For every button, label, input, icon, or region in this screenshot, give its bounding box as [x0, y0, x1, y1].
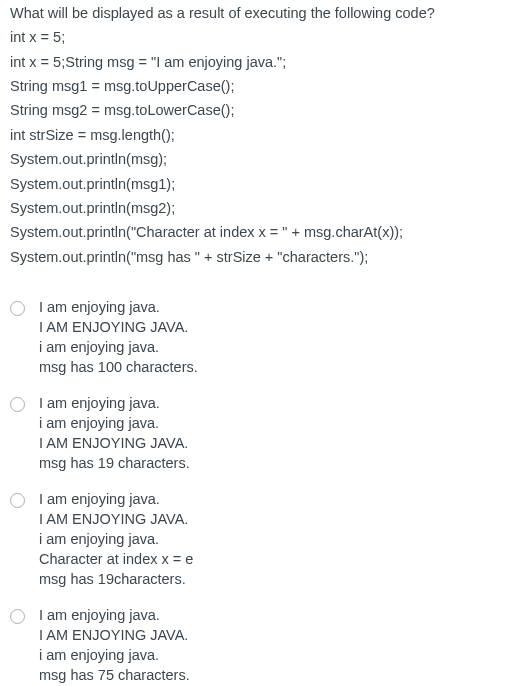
- option-line: I am enjoying java.: [39, 605, 190, 625]
- option-4[interactable]: I am enjoying java. I AM ENJOYING JAVA. …: [10, 605, 510, 685]
- option-text: I am enjoying java. I AM ENJOYING JAVA. …: [39, 297, 198, 377]
- radio-icon[interactable]: [10, 493, 25, 508]
- option-line: I am enjoying java.: [39, 297, 198, 317]
- option-2[interactable]: I am enjoying java. i am enjoying java. …: [10, 393, 510, 473]
- option-line: i am enjoying java.: [39, 337, 198, 357]
- option-text: I am enjoying java. I AM ENJOYING JAVA. …: [39, 489, 193, 589]
- code-block: int x = 5; int x = 5;String msg = "I am …: [10, 25, 510, 269]
- option-line: i am enjoying java.: [39, 645, 190, 665]
- option-1[interactable]: I am enjoying java. I AM ENJOYING JAVA. …: [10, 297, 510, 377]
- option-line: i am enjoying java.: [39, 413, 190, 433]
- code-line: System.out.println("Character at index x…: [10, 220, 510, 244]
- option-line: I am enjoying java.: [39, 489, 193, 509]
- code-line: int x = 5;: [10, 25, 510, 49]
- option-line: I am enjoying java.: [39, 393, 190, 413]
- option-line: I AM ENJOYING JAVA.: [39, 433, 190, 453]
- option-line: i am enjoying java.: [39, 529, 193, 549]
- option-line: I AM ENJOYING JAVA.: [39, 317, 198, 337]
- option-line: I AM ENJOYING JAVA.: [39, 509, 193, 529]
- options-group: I am enjoying java. I AM ENJOYING JAVA. …: [10, 297, 510, 685]
- code-line: System.out.println(msg2);: [10, 196, 510, 220]
- code-line: int strSize = msg.length();: [10, 123, 510, 147]
- radio-icon[interactable]: [10, 609, 25, 624]
- option-text: I am enjoying java. I AM ENJOYING JAVA. …: [39, 605, 190, 685]
- option-line: msg has 75 characters.: [39, 665, 190, 685]
- option-line: I AM ENJOYING JAVA.: [39, 625, 190, 645]
- option-line: Character at index x = e: [39, 549, 193, 569]
- question-prompt: What will be displayed as a result of ex…: [10, 0, 510, 25]
- option-line: msg has 100 characters.: [39, 357, 198, 377]
- code-line: System.out.println(msg);: [10, 147, 510, 171]
- option-line: msg has 19 characters.: [39, 453, 190, 473]
- radio-icon[interactable]: [10, 301, 25, 316]
- option-text: I am enjoying java. i am enjoying java. …: [39, 393, 190, 473]
- radio-icon[interactable]: [10, 397, 25, 412]
- option-3[interactable]: I am enjoying java. I AM ENJOYING JAVA. …: [10, 489, 510, 589]
- code-line: int x = 5;String msg = "I am enjoying ja…: [10, 50, 510, 74]
- option-line: msg has 19characters.: [39, 569, 193, 589]
- code-line: String msg1 = msg.toUpperCase();: [10, 74, 510, 98]
- code-line: String msg2 = msg.toLowerCase();: [10, 98, 510, 122]
- code-line: System.out.println("msg has " + strSize …: [10, 245, 510, 269]
- code-line: System.out.println(msg1);: [10, 172, 510, 196]
